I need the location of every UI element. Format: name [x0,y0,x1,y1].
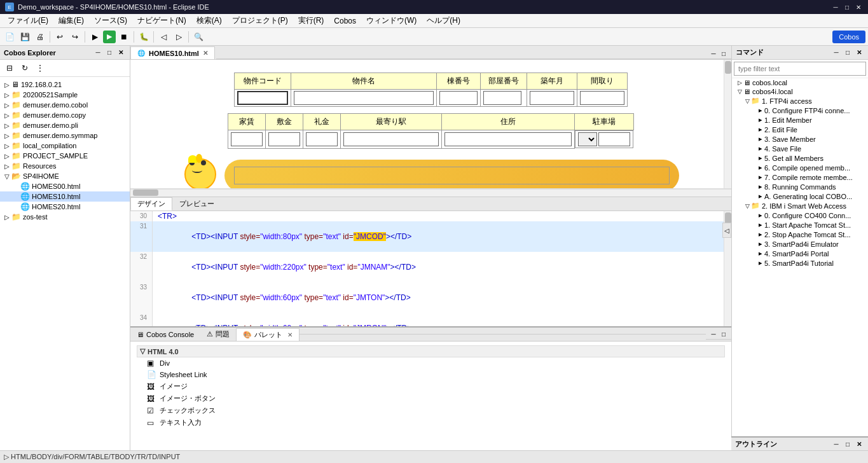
design-tab-design[interactable]: デザイン [130,197,172,211]
input-jmcod[interactable] [237,91,288,105]
menu-help[interactable]: ヘルプ(H) [422,14,465,27]
undo-button[interactable]: ↩ [53,30,67,44]
select-parking[interactable] [578,132,597,146]
explorer-maximize[interactable]: □ [104,48,114,58]
r-tree-ftp4i-0[interactable]: ▸ 0. Configure FTP4i conne... [732,106,868,115]
input-shikikin[interactable] [268,132,300,146]
toggle-copy[interactable]: ▷ [3,112,11,119]
r-tree-ftp4i-7[interactable]: ▸ 7. Compile remote membe... [732,172,868,182]
save-button[interactable]: 💾 [18,30,32,44]
r-tree-ibmi[interactable]: ▽ 📁 2. IBM i Smart Web Access [732,201,868,211]
input-jmron[interactable] [483,91,521,105]
tree-symmap[interactable]: ▷ 📁 demuser.demo.symmap [0,130,130,141]
palette-image[interactable]: 🖼 イメージ [137,380,725,392]
menu-navigate[interactable]: ナビゲート(N) [132,14,191,27]
palette-html-header[interactable]: ▽ HTML 4.0 [137,345,725,357]
r-tree-ftp4i-4[interactable]: ▸ 4. Save File [732,144,868,153]
tree-resources[interactable]: ▷ 📁 Resources [0,161,130,171]
run-last-button[interactable]: ▶ [88,30,102,44]
design-tab-preview[interactable]: プレビュー [172,197,221,211]
menu-file[interactable]: ファイル(E) [3,14,53,27]
tree-cobol[interactable]: ▷ 📁 demuser.demo.cobol [0,100,130,110]
r-tree-ibmi-4[interactable]: ▸ 4. SmartPad4i Portal [732,249,868,258]
input-parking2[interactable] [598,132,630,146]
debug-button[interactable]: 🐛 [137,30,151,44]
new-button[interactable]: 📄 [3,30,17,44]
menu-source[interactable]: ソース(S) [89,14,132,27]
speech-input[interactable] [234,167,670,184]
input-moyori[interactable] [343,132,439,146]
tree-homes10[interactable]: 🌐 HOMES10.html [0,191,130,202]
r-tree-ibmi-2[interactable]: ▸ 2. Stop Apache Tomcat St... [732,230,868,239]
explorer-close[interactable]: ✕ [116,48,126,58]
tab-console[interactable]: 🖥 Cobos Console [130,329,200,340]
palette-close[interactable]: ✕ [287,331,293,338]
r-tree-ibmi-5[interactable]: ▸ 5. SmartPad4i Tutorial [732,258,868,268]
tree-pli[interactable]: ▷ 📁 demuser.demo.pli [0,120,130,130]
editor-max[interactable]: □ [719,48,729,59]
toggle-zos[interactable]: ▷ [3,214,11,221]
r-tree-ftp4i-5[interactable]: ▸ 5. Get all Members [732,153,868,163]
toggle-symmap[interactable]: ▷ [3,132,11,139]
tree-ip[interactable]: ▷ 🖥 192.168.0.21 [0,79,130,90]
r-tree-ftp4i-6[interactable]: ▸ 6. Compile opened memb... [732,163,868,172]
command-max[interactable]: □ [843,48,853,58]
palette-textinput[interactable]: ▭ テキスト入力 [137,417,725,429]
preview-vscroll[interactable] [724,60,731,188]
palette-div[interactable]: ▣ Div [137,357,725,369]
palette-checkbox[interactable]: ☑ チェックボックス [137,404,725,417]
command-min[interactable]: ─ [831,48,841,58]
tree-homes20[interactable]: 🌐 HOMES20.html [0,202,130,212]
input-yachin[interactable] [231,132,263,146]
tab-palette[interactable]: 🎨 パレット ✕ [236,328,300,341]
menu-edit[interactable]: 編集(E) [53,14,89,27]
r-tree-cobos4i[interactable]: ▽ 🖥 cobos4i.local [732,87,868,96]
r-tree-ftp4i-8[interactable]: ▸ 8. Running Commands [732,182,868,191]
back-button[interactable]: ◁ [156,30,170,44]
palette-imagebutton[interactable]: 🖼 イメージ・ボタン [137,392,725,404]
tab-homes10[interactable]: 🌐 HOMES10.html ✕ [130,46,215,59]
menu-window[interactable]: ウィンドウ(W) [361,14,422,27]
toggle-project[interactable]: ▷ [3,153,11,160]
preview-hscroll[interactable] [130,189,731,197]
close-button[interactable]: ✕ [854,3,863,11]
input-jmmlk[interactable] [580,91,624,105]
palette-stylesheet[interactable]: 📄 Stylesheet Link [137,369,725,380]
tab-issues[interactable]: ⚠ 問題 [200,328,236,340]
r-toggle-cobos4i[interactable]: ▽ [736,88,743,95]
bottom-max[interactable]: □ [719,329,729,339]
r-tree-ftp4i-3[interactable]: ▸ 3. Save Member [732,134,868,144]
command-close[interactable]: ✕ [854,48,864,58]
r-toggle-ftp4i[interactable]: ▽ [743,98,751,104]
menu-search[interactable]: 検索(A) [191,14,227,27]
line-content-32[interactable]: <TD><INPUT style="width:220px" type="tex… [153,252,416,282]
outline-close[interactable]: ✕ [854,439,864,449]
input-jmnam[interactable] [294,91,434,105]
r-tree-ftp4i[interactable]: ▽ 📁 1. FTP4i access [732,96,868,106]
menu-project[interactable]: プロジェクト(P) [227,14,293,27]
tree-homes00[interactable]: 🌐 HOMES00.html [0,181,130,191]
input-reikin[interactable] [306,132,338,146]
tree-project[interactable]: ▷ 📁 PROJECT_SAMPLE [0,151,130,161]
explorer-menu[interactable]: ⋮ [33,61,47,75]
forward-button[interactable]: ▷ [172,30,186,44]
input-jusho[interactable] [444,132,572,146]
filter-input[interactable] [734,62,866,76]
panel-collapse-btn[interactable]: ◁ [722,223,731,238]
redo-button[interactable]: ↪ [68,30,82,44]
cobos-button[interactable]: Cobos [832,31,865,43]
toggle-resources[interactable]: ▷ [3,163,11,170]
explorer-collapse[interactable]: ⊟ [3,61,17,75]
editor-min[interactable]: ─ [708,48,719,59]
tree-copy[interactable]: ▷ 📁 demuser.demo.copy [0,110,130,120]
run-button[interactable]: ▶ [103,31,116,43]
tree-local[interactable]: ▷ 📁 local_compilation [0,141,130,151]
r-tree-ftp4i-a[interactable]: ▸ A. Generating local COBO... [732,191,868,201]
toggle-ip[interactable]: ▷ [3,81,11,88]
r-tree-ftp4i-2[interactable]: ▸ 2. Edit File [732,125,868,134]
tree-sample[interactable]: ▷ 📁 20200521Sample [0,90,130,100]
maximize-button[interactable]: □ [843,3,851,11]
line-content-31[interactable]: <TD><INPUT style="width:80px" type="text… [153,221,411,252]
line-content-30[interactable]: <TR> [153,211,177,221]
line-content-34[interactable]: <TD><INPUT style="width:60px" type="text… [153,313,411,327]
